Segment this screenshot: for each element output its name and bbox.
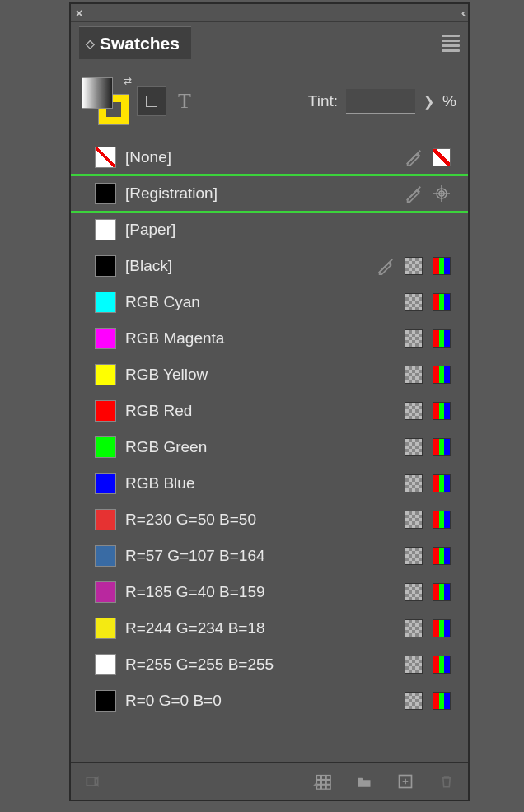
svg-rect-7 xyxy=(87,777,95,786)
rgb-mode-icon xyxy=(432,655,451,674)
swatch-name: R=185 G=40 B=159 xyxy=(125,583,394,601)
swatch-row-icons xyxy=(404,147,451,167)
swatch-color xyxy=(96,582,115,602)
swatch-name: [Black] xyxy=(125,257,366,275)
rgb-mode-icon xyxy=(432,256,451,276)
swatch-row-icons xyxy=(404,329,451,348)
swatch-color xyxy=(96,691,115,711)
add-to-cc-libraries-icon xyxy=(82,772,102,791)
swatch-row[interactable]: RGB Blue xyxy=(71,465,468,502)
global-swatch-icon xyxy=(404,655,423,674)
swatch-row-icons xyxy=(404,437,451,457)
panel-footer: ▸ xyxy=(71,762,468,800)
swatch-color xyxy=(96,618,115,638)
tab-swatches[interactable]: ◇ Swatches xyxy=(79,26,191,59)
new-color-group-icon[interactable] xyxy=(354,772,374,791)
swatch-name: R=244 G=234 B=18 xyxy=(125,619,394,637)
swatches-panel: × ‹‹ ◇ Swatches ⇄ T Tint: ❯ % [None][Reg… xyxy=(70,3,469,800)
close-icon[interactable]: × xyxy=(76,7,82,20)
swatch-name: [Paper] xyxy=(125,221,442,239)
global-swatch-icon xyxy=(404,437,423,457)
swatch-name: RGB Blue xyxy=(125,474,394,492)
global-swatch-icon xyxy=(404,292,423,312)
global-swatch-icon xyxy=(404,329,423,348)
rgb-mode-icon xyxy=(432,474,451,493)
fill-square[interactable] xyxy=(82,78,112,108)
not-editable-icon xyxy=(404,184,423,203)
not-editable-icon xyxy=(376,256,395,276)
swap-icon[interactable]: ⇄ xyxy=(124,75,132,86)
swatch-row[interactable]: RGB Yellow xyxy=(71,357,468,393)
global-swatch-icon xyxy=(404,691,423,711)
swatch-name: R=0 G=0 B=0 xyxy=(125,692,394,710)
swatch-row-icons xyxy=(404,691,451,711)
global-swatch-icon xyxy=(404,365,423,385)
swatch-name: R=57 G=107 B=164 xyxy=(125,547,394,565)
swatch-row[interactable]: R=244 G=234 B=18 xyxy=(71,610,468,646)
rgb-mode-icon xyxy=(432,582,451,602)
rgb-mode-icon xyxy=(432,365,451,385)
swatch-row[interactable]: R=255 G=255 B=255 xyxy=(71,646,468,683)
swatch-row[interactable]: RGB Red xyxy=(71,393,468,429)
swatch-name: [None] xyxy=(125,148,394,166)
swatch-color xyxy=(96,365,115,385)
swatch-row-icons xyxy=(404,582,451,602)
formatting-text-button[interactable]: T xyxy=(175,86,194,116)
swatch-color xyxy=(96,401,115,421)
swatch-view-icon[interactable]: ▸ xyxy=(313,772,333,791)
swatch-color xyxy=(96,474,115,493)
swatch-row[interactable]: [Paper] xyxy=(71,212,468,248)
swatch-color xyxy=(96,510,115,530)
global-swatch-icon xyxy=(404,618,423,638)
diamond-icon: ◇ xyxy=(86,37,95,50)
swatch-row[interactable]: [Registration] xyxy=(71,175,468,212)
svg-rect-8 xyxy=(317,775,321,779)
panel-title: Swatches xyxy=(100,34,180,54)
rgb-mode-icon xyxy=(432,618,451,638)
tint-row: ⇄ T Tint: ❯ % xyxy=(71,63,468,139)
global-swatch-icon xyxy=(404,546,423,566)
global-swatch-icon xyxy=(404,582,423,602)
swatch-name: RGB Yellow xyxy=(125,366,394,384)
tint-input[interactable] xyxy=(346,89,415,114)
swatch-name: RGB Green xyxy=(125,438,394,456)
collapse-icon[interactable]: ‹‹ xyxy=(461,7,463,19)
svg-rect-16 xyxy=(326,785,330,789)
swatch-name: RGB Magenta xyxy=(125,329,394,348)
global-swatch-icon xyxy=(404,510,423,530)
swatch-color xyxy=(96,437,115,457)
swatch-row[interactable]: RGB Magenta xyxy=(71,320,468,357)
swatch-color xyxy=(96,220,115,240)
new-swatch-icon[interactable] xyxy=(395,772,415,791)
not-editable-icon xyxy=(404,147,423,167)
swatch-color xyxy=(96,329,115,348)
delete-swatch-icon xyxy=(437,772,456,791)
swatch-name: RGB Cyan xyxy=(125,293,394,311)
rgb-mode-icon xyxy=(432,329,451,348)
none-indicator-icon xyxy=(432,147,451,167)
swatch-row[interactable]: R=0 G=0 B=0 xyxy=(71,683,468,719)
swatch-name: [Registration] xyxy=(125,184,394,203)
rgb-mode-icon xyxy=(432,510,451,530)
swatch-color xyxy=(96,256,115,276)
tint-flyout-icon[interactable]: ❯ xyxy=(423,94,434,110)
tint-unit: % xyxy=(442,92,456,110)
swatch-list: [None][Registration][Paper][Black]RGB Cy… xyxy=(71,139,468,762)
formatting-container-button[interactable] xyxy=(137,86,166,116)
swatch-row[interactable]: RGB Green xyxy=(71,429,468,465)
swatch-color xyxy=(96,546,115,566)
swatch-row-icons xyxy=(404,401,451,421)
swatch-row[interactable]: [None] xyxy=(71,139,468,175)
swatch-row-icons xyxy=(404,618,451,638)
swatch-row[interactable]: R=185 G=40 B=159 xyxy=(71,574,468,610)
swatch-row[interactable]: R=230 G=50 B=50 xyxy=(71,502,468,538)
swatch-row[interactable]: RGB Cyan xyxy=(71,284,468,320)
swatch-row[interactable]: [Black] xyxy=(71,248,468,284)
panel-menu-icon[interactable] xyxy=(442,32,460,54)
rgb-mode-icon xyxy=(432,401,451,421)
svg-rect-10 xyxy=(326,775,330,779)
fill-stroke-proxy[interactable]: ⇄ xyxy=(82,78,129,124)
swatch-row[interactable]: R=57 G=107 B=164 xyxy=(71,538,468,574)
rgb-mode-icon xyxy=(432,546,451,566)
swatch-color xyxy=(96,292,115,312)
